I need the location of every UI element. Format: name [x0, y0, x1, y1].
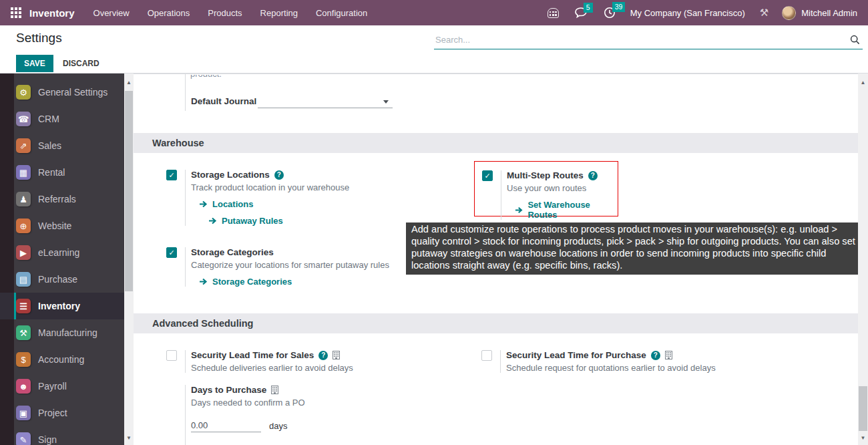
elearning-icon: ▶ — [16, 245, 31, 260]
setting-title: Days to Purchase — [191, 385, 305, 395]
scroll-down-icon[interactable]: ▼ — [124, 434, 134, 442]
security-lead-sales-checkbox[interactable] — [166, 350, 177, 361]
settings-app-sidebar: ⚙ General Settings ☎ CRM ⇗ Sales ▦ Renta… — [0, 73, 124, 445]
sidebar-item-label: Project — [38, 408, 67, 418]
handshake-icon: ☎ — [16, 112, 31, 126]
top-menu: Overview Operations Products Reporting C… — [93, 8, 368, 18]
help-icon[interactable] — [274, 170, 284, 180]
content-scrollbar[interactable]: ▲ ▼ — [858, 73, 868, 445]
messages-badge: 5 — [584, 3, 593, 13]
days-to-purchase-input[interactable] — [191, 419, 261, 432]
voip-dialpad-icon[interactable] — [548, 8, 559, 18]
sidebar-item-general-settings[interactable]: ⚙ General Settings — [0, 79, 124, 106]
user-avatar[interactable] — [782, 6, 796, 20]
menu-overview[interactable]: Overview — [93, 8, 130, 18]
scroll-up-icon[interactable]: ▲ — [124, 79, 134, 87]
referrals-person-icon: ♟ — [16, 192, 31, 206]
multi-step-routes-highlight: Multi-Step Routes Use your own routes Se… — [474, 161, 618, 216]
set-warehouse-routes-link[interactable]: Set Warehouse Routes — [515, 200, 618, 220]
activities-badge: 39 — [612, 2, 626, 12]
sidebar-item-elearning[interactable]: ▶ eLearning — [0, 239, 124, 266]
activities-icon[interactable]: 39 — [604, 7, 616, 19]
setting-title: Storage Locations — [191, 170, 349, 180]
storage-categories-checkbox[interactable] — [166, 247, 177, 258]
enterprise-building-icon — [665, 351, 672, 359]
messages-icon[interactable]: 5 — [575, 7, 588, 18]
scroll-down-icon[interactable]: ▼ — [858, 434, 868, 442]
security-lead-purchase-checkbox[interactable] — [481, 350, 492, 361]
days-unit-label: days — [269, 421, 287, 431]
save-button[interactable]: SAVE — [16, 55, 53, 72]
setting-title: Storage Categories — [191, 247, 389, 257]
help-icon[interactable] — [651, 351, 660, 360]
gear-icon: ⚙ — [16, 85, 31, 100]
arrow-right-icon — [208, 217, 217, 225]
storage-locations-checkbox[interactable] — [166, 170, 177, 180]
search-input[interactable] — [434, 31, 863, 49]
rental-calendar-icon: ▦ — [16, 165, 31, 180]
sidebar-item-purchase[interactable]: ▤ Purchase — [0, 266, 124, 293]
default-journal-select[interactable] — [258, 95, 393, 108]
settings-content: product. Default Journal Warehouse Stora… — [134, 73, 858, 445]
search-box — [434, 31, 863, 49]
accounting-invoice-icon: $ — [16, 352, 31, 367]
sidebar-item-manufacturing[interactable]: ⚒ Manufacturing — [0, 319, 124, 346]
setting-description: Categorize your locations for smarter pu… — [191, 260, 389, 270]
menu-configuration[interactable]: Configuration — [316, 8, 367, 18]
sidebar-item-inventory[interactable]: ☰ Inventory — [0, 293, 124, 319]
app-name[interactable]: Inventory — [29, 7, 75, 19]
sidebar-item-payroll[interactable]: ☻ Payroll — [0, 373, 124, 400]
control-panel: Settings SAVE DISCARD — [0, 25, 868, 73]
sidebar-item-sales[interactable]: ⇗ Sales — [0, 132, 124, 159]
scrollbar-thumb[interactable] — [125, 91, 133, 291]
setting-security-lead-purchase: Security Lead Time for Purchase Schedule… — [481, 350, 716, 373]
sidebar-item-label: Inventory — [38, 301, 80, 311]
menu-reporting[interactable]: Reporting — [260, 8, 298, 18]
default-journal-label: Default Journal — [191, 96, 258, 106]
puzzle-icon: ▣ — [16, 406, 31, 420]
setting-description: Schedule deliveries earlier to avoid del… — [191, 363, 353, 373]
scrollbar-thumb[interactable] — [859, 386, 867, 431]
sidebar-scrollbar[interactable]: ▲ ▼ — [124, 73, 134, 445]
help-icon[interactable] — [318, 351, 328, 360]
sidebar-item-sign[interactable]: ✎ Sign — [0, 426, 124, 445]
sales-chart-icon: ⇗ — [16, 138, 31, 153]
credit-card-icon: ▤ — [16, 272, 31, 287]
enterprise-building-icon — [271, 386, 278, 394]
scroll-up-icon[interactable]: ▲ — [858, 79, 868, 87]
user-name[interactable]: Mitchell Admin — [801, 8, 857, 18]
setting-storage-categories: Storage Categories Categorize your locat… — [166, 247, 389, 287]
sidebar-item-project[interactable]: ▣ Project — [0, 400, 124, 426]
payroll-icon: ☻ — [16, 379, 31, 394]
help-icon[interactable] — [588, 171, 598, 180]
setting-storage-locations: Storage Locations Track product location… — [166, 170, 349, 226]
storage-categories-link[interactable]: Storage Categories — [199, 277, 389, 287]
setting-multi-step-routes: Multi-Step Routes Use your own routes Se… — [482, 170, 618, 220]
multi-step-routes-checkbox[interactable] — [482, 170, 493, 181]
search-icon[interactable] — [850, 35, 860, 45]
menu-products[interactable]: Products — [208, 8, 242, 18]
discard-button[interactable]: DISCARD — [59, 55, 103, 72]
sidebar-item-rental[interactable]: ▦ Rental — [0, 159, 124, 186]
sidebar-item-label: General Settings — [38, 87, 107, 98]
sidebar-item-label: eLearning — [38, 247, 79, 258]
apps-grid-icon[interactable] — [11, 7, 21, 18]
company-switcher[interactable]: My Company (San Francisco) — [630, 8, 745, 18]
sidebar-item-crm[interactable]: ☎ CRM — [0, 106, 124, 132]
menu-operations[interactable]: Operations — [148, 8, 190, 18]
sidebar-item-referrals[interactable]: ♟ Referrals — [0, 186, 124, 212]
tools-icon[interactable]: ⚒ — [760, 7, 769, 19]
locations-link[interactable]: Locations — [199, 199, 349, 209]
sidebar-item-label: Accounting — [38, 354, 84, 365]
sidebar-item-website[interactable]: ⊕ Website — [0, 212, 124, 239]
globe-icon: ⊕ — [16, 218, 31, 233]
sidebar-item-label: Website — [38, 220, 71, 231]
sidebar-item-accounting[interactable]: $ Accounting — [0, 346, 124, 373]
putaway-rules-link[interactable]: Putaway Rules — [208, 216, 349, 226]
inventory-settings-screen: Inventory Overview Operations Products R… — [0, 0, 868, 445]
setting-days-to-purchase: Days to Purchase Days needed to confirm … — [185, 385, 305, 445]
section-header-advanced-scheduling: Advanced Scheduling — [134, 313, 863, 333]
sidebar-item-label: Sign — [38, 434, 57, 445]
setting-title: Security Lead Time for Sales — [191, 350, 353, 360]
setting-description: Days needed to confirm a PO — [191, 398, 305, 408]
